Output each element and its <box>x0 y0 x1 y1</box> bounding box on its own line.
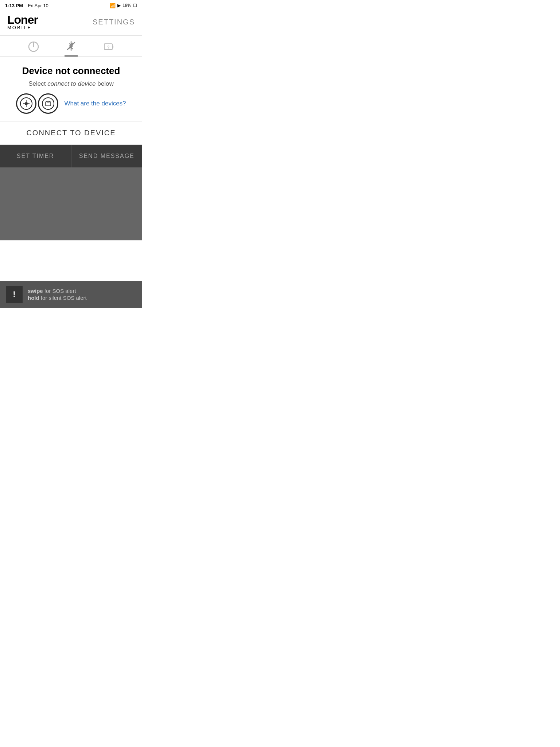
logo: Loner MOBILE <box>7 14 38 30</box>
hold-bold: hold <box>28 295 39 301</box>
device-icon-1 <box>16 93 36 114</box>
set-timer-button[interactable]: SET TIMER <box>0 145 71 167</box>
dark-filler <box>0 167 142 240</box>
what-are-devices-link[interactable]: What are the devices? <box>64 100 126 107</box>
settings-button[interactable]: SETTINGS <box>93 18 135 26</box>
hold-rest: for silent SOS alert <box>39 295 87 301</box>
swipe-bar: ! swipe for SOS alert hold for silent SO… <box>0 281 142 308</box>
wifi-icon: 📶 <box>110 3 116 8</box>
battery-icon: ☐ <box>133 3 137 8</box>
swipe-bold: swipe <box>28 288 43 294</box>
svg-point-6 <box>25 102 28 105</box>
status-date: Fri Apr 10 <box>28 3 48 8</box>
tab-power[interactable] <box>27 40 40 56</box>
svg-rect-4 <box>112 46 113 48</box>
tab-battery[interactable]: ? <box>102 40 115 56</box>
device-icon-2-inner <box>42 97 54 110</box>
bluetooth-icon <box>65 39 78 53</box>
battery-percent: 18% <box>122 3 131 8</box>
device-status-title: Device not connected <box>7 65 135 77</box>
status-time: 1:13 PM <box>5 3 23 8</box>
status-indicators: 📶 ▶ 18% ☐ <box>110 3 137 8</box>
tab-bluetooth[interactable] <box>65 39 78 57</box>
subtitle-italic: connect to device <box>47 80 96 87</box>
battery-unknown-icon: ? <box>102 40 115 53</box>
tab-icons-bar: ? <box>0 36 142 57</box>
device-status-panel: Device not connected Select connect to d… <box>0 57 142 121</box>
device-icon-1-svg <box>23 100 30 107</box>
location-icon: ▶ <box>117 3 121 8</box>
logo-loner: Loner <box>7 14 38 26</box>
power-icon <box>27 40 40 53</box>
status-bar: 1:13 PM Fri Apr 10 📶 ▶ 18% ☐ <box>0 0 142 10</box>
send-message-button[interactable]: SEND MESSAGE <box>71 145 143 167</box>
connect-to-device-button[interactable]: CONNECT TO DEVICE <box>26 129 116 137</box>
subtitle-text2: below <box>96 80 114 87</box>
sos-exclamation-badge: ! <box>6 286 23 303</box>
exclamation-mark: ! <box>13 290 15 299</box>
dark-section: SET TIMER SEND MESSAGE <box>0 145 142 240</box>
connect-section: CONNECT TO DEVICE <box>0 121 142 145</box>
device-status-subtitle: Select connect to device below <box>7 80 135 88</box>
status-time-date: 1:13 PM Fri Apr 10 <box>5 2 48 9</box>
app-header: Loner MOBILE SETTINGS <box>0 10 142 36</box>
device-icon-1-inner <box>20 97 32 110</box>
device-icon-2-svg <box>44 100 52 107</box>
device-info-row: What are the devices? <box>7 93 135 114</box>
device-icon-2 <box>38 93 58 114</box>
logo-mobile: MOBILE <box>7 25 32 30</box>
svg-text:?: ? <box>107 45 110 49</box>
swipe-instructions: swipe for SOS alert hold for silent SOS … <box>28 288 87 301</box>
action-buttons-row: SET TIMER SEND MESSAGE <box>0 145 142 167</box>
subtitle-text1: Select <box>28 80 47 87</box>
device-icons <box>16 93 58 114</box>
swipe-rest: for SOS alert <box>43 288 76 294</box>
swipe-line-1: swipe for SOS alert <box>28 288 87 294</box>
swipe-line-2: hold for silent SOS alert <box>28 295 87 301</box>
